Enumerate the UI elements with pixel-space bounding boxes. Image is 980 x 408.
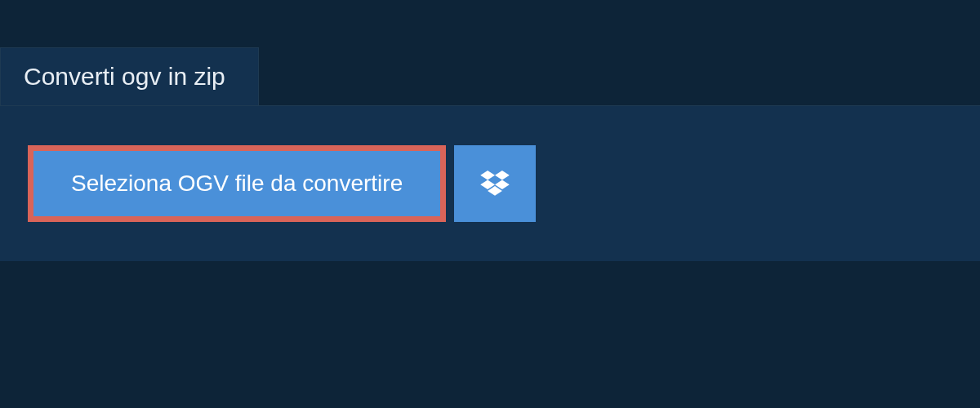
button-row: Seleziona OGV file da convertire: [28, 145, 952, 222]
dropbox-button[interactable]: [454, 145, 536, 222]
dropbox-icon: [480, 171, 510, 197]
tab-label: Converti ogv in zip: [24, 63, 225, 90]
select-file-label: Seleziona OGV file da convertire: [71, 171, 403, 197]
tab-container: Converti ogv in zip: [0, 0, 980, 105]
tab-convert[interactable]: Converti ogv in zip: [0, 47, 259, 105]
select-file-button[interactable]: Seleziona OGV file da convertire: [28, 145, 446, 222]
upload-panel: Seleziona OGV file da convertire: [0, 105, 980, 261]
